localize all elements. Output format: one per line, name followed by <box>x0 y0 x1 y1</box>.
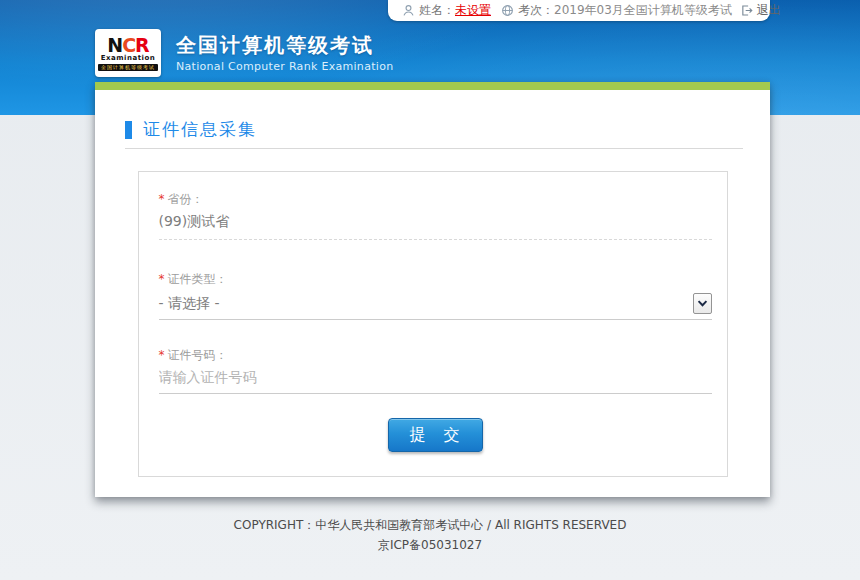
form-panel: *省份： (99)测试省 *证件类型： - 请选择 - *证件号码： <box>138 171 728 477</box>
logo-letters: NCR <box>107 36 149 54</box>
logo-tagline: 全国计算机等级考试 <box>98 64 158 71</box>
icp-number: 京ICP备05031027 <box>0 536 860 555</box>
session-label: 考次： <box>518 2 554 19</box>
cert-type-label: 证件类型： <box>168 272 228 286</box>
logout-icon <box>740 4 753 17</box>
cert-type-select[interactable]: - 请选择 - <box>159 293 712 320</box>
cert-type-selected-value: - 请选择 - <box>159 295 220 313</box>
name-label: 姓名： <box>419 2 455 19</box>
submit-row: 提 交 <box>159 418 712 452</box>
site-title-en: National Computer Rank Examination <box>176 60 393 73</box>
cert-number-input[interactable] <box>159 369 712 385</box>
cert-number-label: 证件号码： <box>168 348 228 362</box>
main-card: 证件信息采集 *省份： (99)测试省 *证件类型： - 请选择 - <box>95 82 770 497</box>
user-icon <box>402 4 415 17</box>
name-value-link[interactable]: 未设置 <box>455 2 491 19</box>
ncre-logo: NCR Examination 全国计算机等级考试 <box>95 29 161 77</box>
logout-label: 退出 <box>757 2 781 19</box>
brand-text: 全国计算机等级考试 National Computer Rank Examina… <box>176 29 393 73</box>
required-asterisk: * <box>159 348 165 362</box>
province-value: (99)测试省 <box>159 213 712 240</box>
cert-type-dropdown-button[interactable] <box>693 293 712 314</box>
cert-number-field: *证件号码： <box>159 320 712 394</box>
session-icon <box>501 4 514 17</box>
required-asterisk: * <box>159 192 165 206</box>
page-footer: COPYRIGHT：中华人民共和国教育部考试中心 / All RIGHTS RE… <box>0 516 860 555</box>
cert-number-label-row: *证件号码： <box>159 347 712 364</box>
cert-type-label-row: *证件类型： <box>159 271 712 288</box>
logout-button[interactable]: 退出 <box>738 2 781 19</box>
session-value: 2019年03月全国计算机等级考试 <box>554 2 732 19</box>
province-label-row: *省份： <box>159 191 712 208</box>
copyright-text: COPYRIGHT：中华人民共和国教育部考试中心 / All RIGHTS RE… <box>0 516 860 535</box>
cert-type-field: *证件类型： - 请选择 - <box>159 240 712 320</box>
brand-header: NCR Examination 全国计算机等级考试 全国计算机等级考试 Nati… <box>95 29 393 77</box>
province-label: 省份： <box>168 192 204 206</box>
page-title: 证件信息采集 <box>143 118 257 141</box>
site-title-cn: 全国计算机等级考试 <box>176 33 393 57</box>
title-divider <box>125 148 743 149</box>
submit-button[interactable]: 提 交 <box>388 418 483 452</box>
required-asterisk: * <box>159 272 165 286</box>
title-accent-bar <box>125 121 132 139</box>
page-title-row: 证件信息采集 <box>125 118 740 141</box>
logo-examination-text: Examination <box>101 54 155 62</box>
province-field: *省份： (99)测试省 <box>159 172 712 240</box>
user-bar: 姓名： 未设置 考次： 2019年03月全国计算机等级考试 退出 <box>388 0 770 21</box>
chevron-down-icon <box>697 300 708 307</box>
